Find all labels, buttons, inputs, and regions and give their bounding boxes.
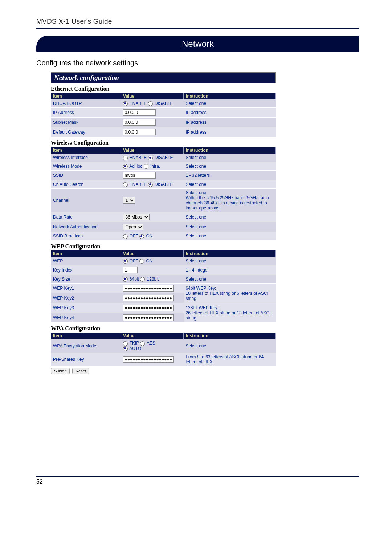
radio-enable[interactable] — [123, 182, 128, 187]
group-title-wireless: Wireless Configuration — [51, 140, 276, 146]
table-row: DHCP/BOOTP ENABLE DISABLE Select one — [51, 99, 276, 108]
psk-input[interactable]: ●●●●●●●●●●●●●●●●●● — [123, 356, 174, 363]
table-row: WEP OFF ON Select one — [51, 257, 276, 265]
cell-instruction: IP address — [184, 127, 276, 137]
radio-disable[interactable] — [148, 101, 153, 106]
radio-off[interactable] — [123, 259, 128, 264]
radio-tkip[interactable] — [123, 341, 128, 346]
radio-auto[interactable] — [123, 346, 128, 351]
table-row: Network Authentication Open Select one — [51, 222, 276, 232]
submit-button[interactable]: Submit — [51, 368, 70, 374]
wep-table: Item Value Instruction WEP OFF ON Select… — [51, 250, 276, 323]
group-title-wep: WEP Configuration — [51, 243, 276, 250]
th-item: Item — [51, 147, 121, 154]
th-item: Item — [51, 333, 121, 339]
radio-enable[interactable] — [123, 156, 128, 160]
ethernet-table: Item Value Instruction DHCP/BOOTP ENABLE… — [51, 93, 276, 137]
th-instruction: Instruction — [184, 93, 276, 99]
table-row: Wireless Mode AdHoc Infra. Select one — [51, 162, 276, 170]
th-value: Value — [121, 147, 184, 154]
wpa-table: Item Value Instruction WPA Encryption Mo… — [51, 333, 276, 366]
panel-title: Network configuration — [51, 72, 276, 83]
table-row: Subnet Mask 0.0.0.0 IP address — [51, 118, 276, 127]
table-row: Key Size 64bit 128bit Select one — [51, 275, 276, 283]
radio-off[interactable] — [123, 234, 128, 239]
table-row: WEP Key3 ●●●●●●●●●●●●●●●●●● 128bit WEP K… — [51, 303, 276, 313]
wepkey2-input[interactable]: ●●●●●●●●●●●●●●●●●● — [123, 295, 174, 301]
subnet-mask-input[interactable]: 0.0.0.0 — [123, 119, 156, 126]
radio-adhoc[interactable] — [123, 164, 128, 169]
table-row: Key Index 1 1 - 4 integer — [51, 265, 276, 275]
page-number: 52 — [36, 478, 359, 485]
keyindex-input[interactable]: 1 — [123, 267, 138, 273]
section-subtitle: Configures the network settings. — [36, 59, 359, 67]
th-value: Value — [121, 93, 184, 99]
ssid-input[interactable]: mvds — [123, 172, 156, 179]
cell-instruction: IP address — [184, 108, 276, 118]
wepkey3-input[interactable]: ●●●●●●●●●●●●●●●●●● — [123, 305, 174, 311]
table-row: Wireless Interface ENABLE DISABLE Select… — [51, 154, 276, 162]
group-title-ethernet: Ethernet Configuration — [51, 86, 276, 92]
group-title-wpa: WPA Configuration — [51, 325, 276, 332]
radio-enable[interactable] — [123, 101, 128, 106]
th-item: Item — [51, 250, 121, 257]
cell-item: DHCP/BOOTP — [51, 99, 121, 108]
table-row: WEP Key1 ●●●●●●●●●●●●●●●●●● 64bit WEP Ke… — [51, 284, 276, 293]
wireless-table: Item Value Instruction Wireless Interfac… — [51, 147, 276, 240]
radio-disable[interactable] — [148, 182, 153, 187]
th-instruction: Instruction — [184, 147, 276, 154]
channel-select[interactable]: 1 — [123, 197, 135, 204]
cell-instruction: Select one — [184, 99, 276, 108]
radio-64bit[interactable] — [123, 277, 128, 282]
cell-item: Default Gateway — [51, 127, 121, 137]
section-banner: Network — [36, 36, 359, 52]
table-row: Pre-Shared Key ●●●●●●●●●●●●●●●●●● From 8… — [51, 353, 276, 366]
radio-disable[interactable] — [148, 156, 153, 160]
th-value: Value — [121, 333, 184, 339]
th-instruction: Instruction — [184, 250, 276, 257]
table-row: SSID mvds 1 - 32 letters — [51, 170, 276, 180]
radio-on[interactable] — [139, 259, 144, 264]
table-row: Channel 1 Select one Within the 5.15-5.2… — [51, 189, 276, 212]
th-instruction: Instruction — [184, 333, 276, 339]
reset-button[interactable]: Reset — [72, 368, 89, 374]
table-row: WPA Encryption Mode TKIP AES AUTO Select… — [51, 339, 276, 353]
table-row: Default Gateway 0.0.0.0 IP address — [51, 127, 276, 137]
datarate-select[interactable]: 36 Mbps — [123, 214, 150, 220]
default-gateway-input[interactable]: 0.0.0.0 — [123, 129, 156, 135]
radio-infra[interactable] — [144, 164, 148, 169]
th-item: Item — [51, 93, 121, 99]
cell-item: IP Address — [51, 108, 121, 118]
cell-instruction: IP address — [184, 118, 276, 127]
footer-divider — [36, 476, 359, 477]
header-divider — [36, 28, 359, 29]
th-value: Value — [121, 250, 184, 257]
table-row: Ch Auto Search ENABLE DISABLE Select one — [51, 180, 276, 188]
radio-128bit[interactable] — [140, 277, 145, 282]
ip-address-input[interactable]: 0.0.0.0 — [123, 109, 156, 116]
guide-title: MVDS X-1 User's Guide — [36, 17, 359, 25]
table-row: Data Rate 36 Mbps Select one — [51, 212, 276, 222]
radio-on[interactable] — [139, 234, 144, 239]
auth-select[interactable]: Open — [123, 224, 143, 230]
table-row: SSID Broadcast OFF ON Select one — [51, 232, 276, 240]
table-row: IP Address 0.0.0.0 IP address — [51, 108, 276, 118]
cell-value: ENABLE DISABLE — [121, 99, 184, 108]
cell-item: Subnet Mask — [51, 118, 121, 127]
radio-aes[interactable] — [140, 341, 145, 346]
wepkey4-input[interactable]: ●●●●●●●●●●●●●●●●●● — [123, 314, 174, 321]
wepkey1-input[interactable]: ●●●●●●●●●●●●●●●●●● — [123, 285, 174, 292]
